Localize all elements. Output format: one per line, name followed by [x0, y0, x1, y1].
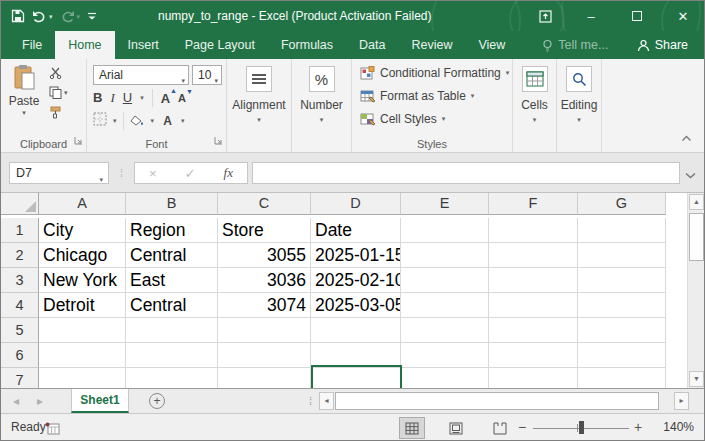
column-header[interactable]: G: [578, 193, 666, 215]
grid-cell[interactable]: [126, 318, 218, 343]
grid-cell[interactable]: New York: [39, 268, 126, 293]
column-header[interactable]: A: [39, 193, 126, 215]
grid-cell[interactable]: 3074: [218, 293, 311, 318]
grid-cell[interactable]: [489, 218, 578, 243]
tell-me-box[interactable]: Tell me...: [542, 31, 608, 59]
clipboard-dialog-launcher[interactable]: [74, 131, 83, 149]
grid-cell[interactable]: 3036: [218, 268, 311, 293]
bold-button[interactable]: B: [93, 90, 102, 106]
zoom-slider-thumb[interactable]: [579, 421, 584, 434]
grid-cell[interactable]: [489, 368, 578, 388]
grid-cell[interactable]: [311, 368, 401, 388]
grid-cell[interactable]: [489, 243, 578, 268]
grid-cell[interactable]: [39, 368, 126, 388]
minimize-button[interactable]: –: [568, 1, 614, 31]
number-dropdown[interactable]: ▾: [292, 116, 351, 124]
format-as-table-dropdown[interactable]: ▾: [471, 92, 475, 100]
editing-dropdown[interactable]: ▾: [557, 116, 601, 124]
decrease-font-size-button[interactable]: A▼: [178, 92, 186, 104]
vertical-scroll-thumb[interactable]: [689, 213, 704, 261]
expand-formula-bar-button[interactable]: [685, 165, 696, 183]
scroll-down-button[interactable]: ▼: [689, 371, 704, 387]
grid-cell[interactable]: Central: [126, 243, 218, 268]
grid-cell[interactable]: [39, 318, 126, 343]
grid-cell[interactable]: Central: [126, 293, 218, 318]
paste-button[interactable]: Paste ▾: [6, 64, 42, 117]
grid-cell[interactable]: Chicago: [39, 243, 126, 268]
font-size-combo[interactable]: 10 ▾: [192, 65, 222, 85]
normal-view-button[interactable]: [399, 417, 425, 439]
tab-home[interactable]: Home: [55, 31, 114, 59]
name-box-dropdown[interactable]: ▾: [99, 170, 103, 190]
tab-insert[interactable]: Insert: [115, 31, 172, 59]
scroll-up-button[interactable]: ▲: [689, 194, 704, 210]
cancel-entry-button[interactable]: ×: [149, 166, 157, 181]
grid-cell[interactable]: Store: [218, 218, 311, 243]
zoom-out-button[interactable]: −: [518, 414, 526, 441]
grid-cell[interactable]: [489, 343, 578, 368]
scroll-left-button[interactable]: ◂: [319, 392, 334, 410]
grid-cell[interactable]: 3055: [218, 243, 311, 268]
grid-cell[interactable]: [401, 293, 489, 318]
underline-button[interactable]: U: [123, 90, 132, 106]
tab-view[interactable]: View: [465, 31, 518, 59]
conditional-formatting-dropdown[interactable]: ▾: [506, 69, 510, 77]
page-break-preview-button[interactable]: [487, 417, 513, 439]
insert-function-button[interactable]: fx: [224, 165, 233, 181]
column-header[interactable]: C: [218, 193, 311, 215]
column-header[interactable]: F: [489, 193, 578, 215]
tab-file[interactable]: File: [9, 31, 55, 59]
row-header[interactable]: 4: [1, 293, 39, 318]
borders-dropdown[interactable]: ▾: [113, 117, 117, 125]
grid-cell[interactable]: [401, 318, 489, 343]
fill-color-button[interactable]: [130, 112, 145, 130]
grid-cell[interactable]: [218, 343, 311, 368]
zoom-in-button[interactable]: +: [634, 414, 642, 441]
grid-cell[interactable]: [578, 343, 666, 368]
grid-cell[interactable]: [401, 343, 489, 368]
sheet-tab-sheet1[interactable]: Sheet1: [71, 389, 129, 413]
grid-cell[interactable]: [578, 293, 666, 318]
grid-cell[interactable]: 2025-02-10: [311, 268, 401, 293]
zoom-level[interactable]: 140%: [663, 414, 694, 441]
grid-cell[interactable]: [311, 343, 401, 368]
cells-button[interactable]: Cells ▾: [513, 59, 556, 124]
horizontal-scrollbar[interactable]: ◂ ▸: [319, 392, 689, 410]
next-sheet-button[interactable]: ▸: [37, 389, 43, 413]
tab-data[interactable]: Data: [346, 31, 398, 59]
name-box[interactable]: D7 ▾: [9, 162, 109, 184]
fill-color-dropdown[interactable]: ▾: [151, 117, 155, 125]
select-all-corner[interactable]: [1, 193, 39, 215]
undo-button[interactable]: ▾: [32, 10, 53, 23]
italic-button[interactable]: I: [110, 90, 114, 106]
row-header[interactable]: 1: [1, 218, 39, 243]
row-header[interactable]: 6: [1, 343, 39, 368]
copy-dropdown[interactable]: ▾: [64, 89, 68, 97]
horizontal-scroll-thumb[interactable]: [335, 392, 659, 410]
row-header[interactable]: 2: [1, 243, 39, 268]
column-header[interactable]: D: [311, 193, 401, 215]
grid-cell[interactable]: [489, 293, 578, 318]
row-header[interactable]: 7: [1, 368, 39, 388]
close-button[interactable]: ✕: [660, 1, 705, 31]
confirm-entry-button[interactable]: ✓: [185, 166, 196, 181]
grid-cell[interactable]: [218, 318, 311, 343]
grid-cell[interactable]: [578, 318, 666, 343]
grid-cell[interactable]: Region: [126, 218, 218, 243]
increase-font-size-button[interactable]: A▲: [161, 91, 170, 106]
scroll-right-button[interactable]: ▸: [674, 392, 689, 410]
tab-page-layout[interactable]: Page Layout: [172, 31, 268, 59]
font-name-combo[interactable]: Arial ▾: [93, 65, 189, 85]
grid-cell[interactable]: [401, 368, 489, 388]
grid-cell[interactable]: 2025-03-05: [311, 293, 401, 318]
grid-cell[interactable]: [401, 243, 489, 268]
tab-review[interactable]: Review: [398, 31, 465, 59]
column-header[interactable]: B: [126, 193, 218, 215]
row-header[interactable]: 5: [1, 318, 39, 343]
grid-cell[interactable]: [401, 218, 489, 243]
format-as-table-button[interactable]: Format as Table ▾: [360, 89, 474, 103]
font-color-dropdown[interactable]: ▾: [181, 117, 185, 125]
grid-cell[interactable]: [578, 268, 666, 293]
grid-cell[interactable]: [126, 343, 218, 368]
cut-button[interactable]: [49, 67, 68, 79]
